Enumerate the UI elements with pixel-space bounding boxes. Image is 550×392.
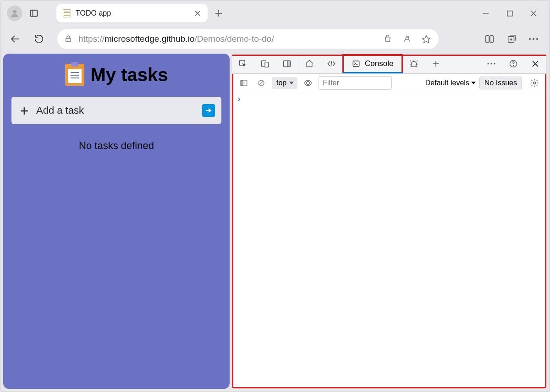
svg-point-0 bbox=[13, 10, 16, 14]
window-maximize-button[interactable] bbox=[498, 4, 521, 22]
svg-line-36 bbox=[417, 61, 418, 61]
welcome-tab[interactable] bbox=[298, 54, 320, 73]
svg-line-40 bbox=[416, 66, 418, 67]
issues-tab-icon[interactable] bbox=[403, 54, 425, 73]
svg-point-47 bbox=[513, 66, 513, 66]
more-menu-button[interactable] bbox=[523, 28, 544, 50]
svg-point-22 bbox=[536, 38, 538, 40]
svg-marker-14 bbox=[423, 36, 430, 43]
shopping-icon[interactable] bbox=[380, 31, 396, 47]
back-button[interactable] bbox=[6, 30, 24, 48]
page-viewport: My tasks ＋ Add a task No tasks defined bbox=[3, 54, 230, 389]
window-minimize-button[interactable] bbox=[474, 4, 497, 22]
page-title: My tasks bbox=[91, 65, 168, 85]
svg-marker-54 bbox=[289, 82, 294, 84]
url-text[interactable]: https://microsoftedge.github.io/Demos/de… bbox=[78, 34, 376, 44]
profile-button[interactable] bbox=[7, 6, 22, 21]
read-aloud-icon[interactable] bbox=[399, 31, 415, 47]
svg-rect-15 bbox=[486, 36, 489, 43]
svg-point-55 bbox=[307, 81, 310, 84]
inspect-element-button[interactable] bbox=[232, 54, 254, 73]
svg-point-33 bbox=[412, 61, 417, 67]
window-close-button[interactable] bbox=[522, 4, 545, 22]
favorite-icon[interactable] bbox=[418, 31, 434, 47]
submit-task-button[interactable] bbox=[202, 104, 215, 117]
console-filter-input[interactable] bbox=[319, 76, 392, 90]
devtools-tabstrip: Console bbox=[232, 54, 546, 74]
add-task-input[interactable]: ＋ Add a task bbox=[11, 97, 221, 124]
console-tab-label: Console bbox=[365, 59, 393, 68]
svg-marker-56 bbox=[471, 82, 476, 84]
svg-point-57 bbox=[534, 82, 536, 84]
console-output[interactable]: › bbox=[232, 92, 546, 388]
devtools-panel: Console bbox=[231, 54, 547, 389]
new-tab-button[interactable] bbox=[210, 5, 227, 22]
more-tabs-button[interactable] bbox=[425, 54, 447, 73]
devtools-help-button[interactable] bbox=[502, 54, 524, 73]
elements-tab[interactable] bbox=[320, 54, 342, 73]
console-tab[interactable]: Console bbox=[342, 54, 403, 73]
browser-titlebar: TODO app bbox=[0, 0, 550, 26]
collections-button[interactable] bbox=[501, 28, 522, 50]
refresh-button[interactable] bbox=[30, 30, 48, 48]
site-info-icon[interactable] bbox=[62, 35, 75, 43]
split-screen-button[interactable] bbox=[479, 28, 500, 50]
address-bar-row: https://microsoftedge.github.io/Demos/de… bbox=[0, 26, 550, 52]
console-settings-button[interactable] bbox=[528, 76, 541, 90]
log-levels-dropdown[interactable]: Default levels bbox=[425, 79, 476, 87]
svg-rect-26 bbox=[265, 62, 269, 67]
console-toolbar: top Default levels No Issues bbox=[232, 74, 546, 92]
svg-line-39 bbox=[411, 66, 412, 67]
tab-close-button[interactable] bbox=[192, 8, 203, 19]
clear-console-button[interactable] bbox=[254, 76, 268, 90]
svg-rect-8 bbox=[507, 11, 512, 16]
empty-state-text: No tasks defined bbox=[8, 140, 225, 152]
add-task-placeholder: Add a task bbox=[36, 105, 84, 116]
svg-point-44 bbox=[490, 63, 492, 64]
svg-rect-16 bbox=[490, 36, 493, 43]
tab-title: TODO app bbox=[76, 9, 187, 17]
svg-rect-29 bbox=[287, 61, 291, 66]
svg-point-45 bbox=[494, 63, 495, 64]
svg-line-53 bbox=[259, 81, 263, 85]
tab-favicon-icon bbox=[63, 9, 71, 17]
svg-rect-12 bbox=[66, 39, 71, 42]
plus-icon: ＋ bbox=[18, 102, 31, 119]
address-bar[interactable]: https://microsoftedge.github.io/Demos/de… bbox=[57, 29, 439, 49]
svg-rect-51 bbox=[241, 80, 243, 86]
toggle-sidebar-button[interactable] bbox=[237, 76, 251, 90]
svg-point-20 bbox=[529, 38, 531, 40]
svg-line-35 bbox=[410, 61, 412, 61]
dock-side-button[interactable] bbox=[276, 54, 298, 73]
devtools-close-button[interactable] bbox=[524, 54, 546, 73]
issues-button[interactable]: No Issues bbox=[479, 77, 522, 89]
clipboard-icon bbox=[65, 64, 84, 86]
execution-context-dropdown[interactable]: top bbox=[272, 77, 297, 89]
browser-tab[interactable]: TODO app bbox=[56, 4, 208, 22]
svg-point-21 bbox=[533, 38, 534, 40]
live-expression-button[interactable] bbox=[301, 76, 315, 90]
console-prompt-icon[interactable]: › bbox=[233, 92, 545, 106]
devtools-more-button[interactable] bbox=[480, 54, 502, 73]
device-toolbar-button[interactable] bbox=[254, 54, 276, 73]
svg-line-30 bbox=[331, 61, 332, 66]
tab-actions-button[interactable] bbox=[26, 6, 42, 21]
console-icon bbox=[352, 60, 360, 68]
svg-rect-1 bbox=[31, 10, 38, 16]
svg-rect-31 bbox=[353, 61, 359, 66]
svg-point-43 bbox=[487, 63, 489, 64]
